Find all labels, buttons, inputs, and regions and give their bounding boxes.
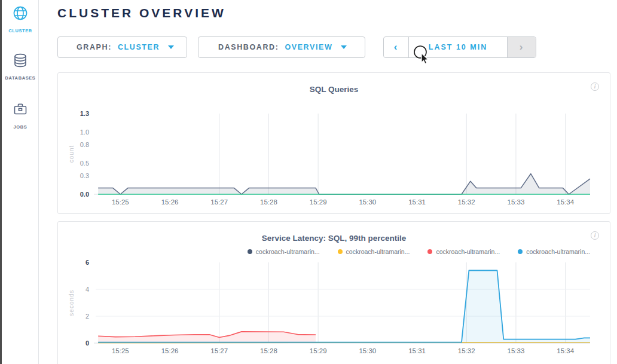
graph-selector[interactable]: GRAPH: CLUSTER [57,36,187,58]
svg-text:15:26: 15:26 [161,347,179,354]
graph-selector-value: CLUSTER [118,43,160,51]
svg-text:4: 4 [85,286,89,293]
sidebar-item-jobs[interactable]: JOBS [2,101,39,131]
legend-item[interactable]: cockroach-ultramarin... [248,248,320,255]
svg-text:15:32: 15:32 [458,347,475,354]
legend-dot-icon [248,249,252,254]
svg-text:0: 0 [85,339,89,347]
chevron-down-icon [341,45,347,49]
legend-item[interactable]: cockroach-ultramarin... [518,248,590,255]
svg-text:15:27: 15:27 [210,198,228,206]
svg-text:count: count [68,145,75,163]
chevron-down-icon [168,45,174,49]
legend-dot-icon [427,249,432,254]
graph-selector-label: GRAPH: [77,43,112,51]
svg-text:15:29: 15:29 [310,347,327,354]
legend-dot-icon [338,249,343,254]
sidebar-item-label: JOBS [14,124,28,130]
svg-text:15:33: 15:33 [508,347,525,354]
legend-label: cockroach-ultramarin... [256,248,320,255]
legend-label: cockroach-ultramarin... [346,248,410,255]
svg-text:15:28: 15:28 [260,347,277,354]
svg-text:15:25: 15:25 [112,347,129,354]
sidebar: CLUSTER DATABASES JOBS [2,0,39,364]
info-icon[interactable]: i [591,82,599,91]
time-window-forward-button[interactable]: › [507,37,536,57]
mouse-cursor [413,44,433,69]
sidebar-item-label: DATABASES [5,75,36,81]
svg-text:0.5: 0.5 [80,160,89,167]
sidebar-item-databases[interactable]: DATABASES [2,52,39,82]
svg-text:1.0: 1.0 [80,129,89,136]
svg-text:15:27: 15:27 [210,347,228,354]
database-icon [12,52,29,69]
svg-text:0.0: 0.0 [80,191,89,198]
globe-icon [12,5,29,22]
legend-item[interactable]: cockroach-ultramarin... [338,248,410,255]
sidebar-item-label: CLUSTER [8,28,32,33]
svg-text:0.8: 0.8 [80,141,89,148]
legend-label: cockroach-ultramarin... [526,248,590,255]
svg-text:15:26: 15:26 [161,198,179,206]
svg-text:15:30: 15:30 [359,198,376,206]
svg-text:15:31: 15:31 [408,198,426,206]
dashboard-selector[interactable]: DASHBOARD: OVERVIEW [198,36,365,58]
chart-title: SQL Queries [58,85,610,94]
sidebar-item-cluster[interactable]: CLUSTER [2,5,39,35]
legend-item[interactable]: cockroach-ultramarin... [427,248,500,255]
svg-text:2: 2 [85,313,89,320]
svg-text:15:28: 15:28 [260,198,277,206]
chevron-left-icon: ‹ [394,41,398,53]
service-latency-chart-card: Service Latency: SQL, 99th percentile i … [57,221,610,364]
svg-text:6: 6 [85,259,89,266]
legend-dot-icon [518,249,523,254]
svg-text:15:33: 15:33 [508,198,525,206]
chart-legend: cockroach-ultramarin...cockroach-ultrama… [95,248,590,255]
page-title: CLUSTER OVERVIEW [57,6,226,20]
legend-label: cockroach-ultramarin... [436,248,500,255]
dashboard-selector-value: OVERVIEW [285,43,332,51]
svg-text:1.3: 1.3 [80,110,89,117]
svg-text:15:25: 15:25 [112,198,129,206]
time-window-selector: ‹ LAST 10 MIN › [383,36,536,58]
dashboard-selector-label: DASHBOARD: [218,43,279,51]
sql-queries-chart-card: SQL Queries i 0.00.30.50.81.01.315:2515:… [57,72,610,214]
svg-text:15:34: 15:34 [557,347,574,354]
chevron-right-icon: › [520,41,524,53]
svg-text:15:29: 15:29 [310,198,327,206]
svg-text:0.3: 0.3 [80,172,89,179]
svg-text:15:30: 15:30 [359,347,376,354]
briefcase-icon [12,101,29,118]
time-window-back-button[interactable]: ‹ [384,37,409,57]
info-icon[interactable]: i [591,231,599,240]
svg-text:seconds: seconds [68,289,75,316]
svg-text:15:31: 15:31 [408,347,426,354]
svg-text:15:34: 15:34 [557,198,574,206]
chart-title: Service Latency: SQL, 99th percentile [58,234,610,243]
svg-text:15:32: 15:32 [458,198,475,206]
